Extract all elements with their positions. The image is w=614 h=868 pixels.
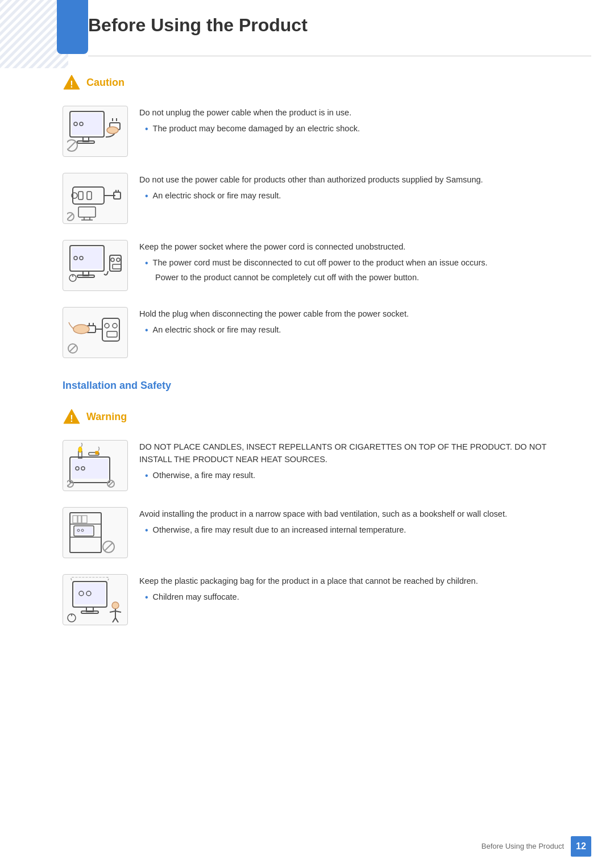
caution-section: ! Caution xyxy=(63,73,580,358)
svg-point-85 xyxy=(112,602,119,609)
svg-line-89 xyxy=(113,618,115,622)
svg-point-15 xyxy=(107,127,118,134)
svg-point-40 xyxy=(117,258,120,261)
svg-line-29 xyxy=(67,214,73,219)
caution-main-2: Do not use the power cable for products … xyxy=(139,174,580,186)
caution-bullet-1: The product may become damaged by an ele… xyxy=(145,123,580,135)
footer-label: Before Using the Product xyxy=(482,841,564,852)
svg-rect-17 xyxy=(78,192,83,200)
svg-line-11 xyxy=(68,142,75,149)
warning-item-2: Avoid installing the product in a narrow… xyxy=(63,507,580,558)
warning-main-2: Avoid installing the product in a narrow… xyxy=(139,508,580,521)
svg-rect-56 xyxy=(72,459,108,479)
svg-point-50 xyxy=(73,325,89,334)
svg-line-88 xyxy=(115,611,121,612)
caution-image-4 xyxy=(63,307,128,358)
page-number: 12 xyxy=(571,836,591,857)
warning-item-3: Keep the plastic packaging bag for the p… xyxy=(63,574,580,625)
svg-rect-18 xyxy=(87,192,92,200)
warning-header: ! Warning xyxy=(63,408,580,426)
svg-rect-45 xyxy=(107,331,117,337)
svg-line-78 xyxy=(105,543,113,551)
svg-text:!: ! xyxy=(70,80,73,89)
page-title: Before Using the Product xyxy=(88,11,591,39)
svg-rect-5 xyxy=(72,113,102,135)
svg-point-39 xyxy=(111,258,114,261)
caution-item-2: Do not use the power cable for products … xyxy=(63,173,580,224)
caution-icon: ! xyxy=(63,73,81,92)
svg-point-44 xyxy=(113,323,117,328)
svg-line-90 xyxy=(115,618,118,622)
installation-heading: Installation and Safety xyxy=(63,378,580,393)
warning-label: Warning xyxy=(86,409,127,425)
svg-rect-62 xyxy=(96,451,98,454)
svg-rect-24 xyxy=(78,207,96,217)
svg-text:!: ! xyxy=(70,414,73,423)
warning-image-2 xyxy=(63,507,128,558)
warning-main-3: Keep the plastic packaging bag for the p… xyxy=(139,575,580,588)
caution-bullet-2: An electric shock or fire may result. xyxy=(145,190,580,202)
caution-item-4: Hold the plug when disconnecting the pow… xyxy=(63,307,580,358)
svg-rect-41 xyxy=(113,264,121,269)
caution-main-1: Do not unplug the power cable when the p… xyxy=(139,107,580,119)
warning-section: ! Warning xyxy=(63,408,580,625)
caution-text-3: Keep the power socket where the power co… xyxy=(139,240,580,284)
caution-header: ! Caution xyxy=(63,73,580,92)
warning-image-1 xyxy=(63,440,128,491)
caution-bullet-3: The power cord must be disconnected to c… xyxy=(145,257,580,269)
svg-rect-42 xyxy=(102,318,119,341)
svg-point-60 xyxy=(78,447,82,452)
caution-main-3: Keep the power socket where the power co… xyxy=(139,241,580,254)
page-header: Before Using the Product xyxy=(88,0,591,56)
svg-rect-71 xyxy=(75,527,93,534)
page-footer: Before Using the Product 12 xyxy=(482,836,591,857)
warning-text-2: Avoid installing the product in a narrow… xyxy=(139,507,580,537)
svg-point-43 xyxy=(105,323,109,328)
warning-icon: ! xyxy=(63,408,81,426)
warning-text-3: Keep the plastic packaging bag for the p… xyxy=(139,574,580,604)
warning-image-3 xyxy=(63,574,128,625)
caution-text-2: Do not use the power cable for products … xyxy=(139,173,580,202)
caution-sub-3: Power to the product cannot be completel… xyxy=(155,272,580,284)
caution-item-1: Do not unplug the power cable when the p… xyxy=(63,106,580,157)
caution-label: Caution xyxy=(86,75,125,90)
caution-text-1: Do not unplug the power cable when the p… xyxy=(139,106,580,135)
svg-rect-75 xyxy=(78,516,81,523)
warning-bullet-3: Children may suffocate. xyxy=(145,591,580,604)
warning-bullet-2: Otherwise, a fire may result due to an i… xyxy=(145,524,580,537)
caution-main-4: Hold the plug when disconnecting the pow… xyxy=(139,308,580,321)
warning-main-1: DO NOT PLACE CANDLES, INSECT REPELLANTS … xyxy=(139,441,580,466)
main-content: ! Caution xyxy=(63,56,580,625)
blue-sidebar-accent xyxy=(57,0,88,54)
caution-image-1 xyxy=(63,106,128,157)
warning-item-1: DO NOT PLACE CANDLES, INSECT REPELLANTS … xyxy=(63,440,580,491)
warning-bullet-1: Otherwise, a fire may result. xyxy=(145,470,580,482)
caution-image-2 xyxy=(63,173,128,224)
warning-text-1: DO NOT PLACE CANDLES, INSECT REPELLANTS … xyxy=(139,440,580,482)
caution-item-3: Keep the power socket where the power co… xyxy=(63,240,580,291)
svg-line-52 xyxy=(69,345,76,352)
svg-rect-76 xyxy=(82,516,87,523)
caution-text-4: Hold the plug when disconnecting the pow… xyxy=(139,307,580,337)
svg-rect-74 xyxy=(73,516,77,523)
caution-image-3 xyxy=(63,240,128,291)
caution-bullet-4: An electric shock or fire may result. xyxy=(145,324,580,337)
svg-line-87 xyxy=(110,611,115,612)
svg-rect-31 xyxy=(72,247,102,269)
